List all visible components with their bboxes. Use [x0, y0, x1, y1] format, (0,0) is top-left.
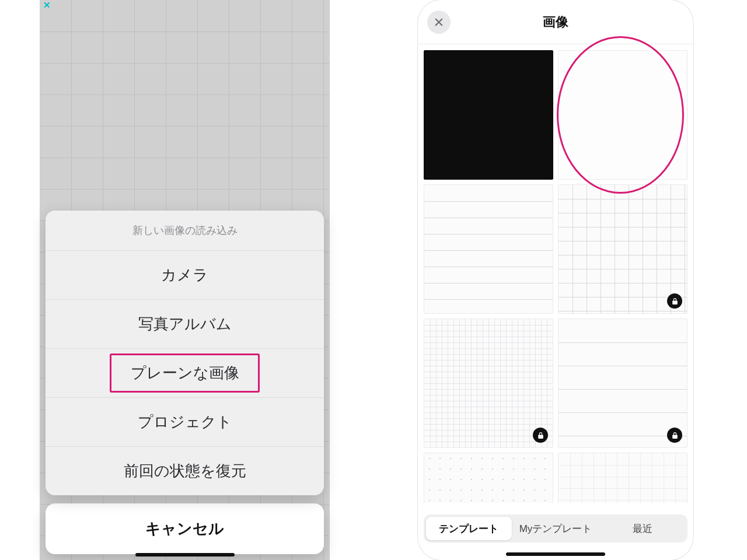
template-tile-solid-black[interactable]	[424, 50, 553, 180]
action-sheet-container: 新しい画像の読み込み カメラ写真アルバムプレーンな画像プロジェクト前回の状態を復…	[46, 211, 324, 554]
cancel-button[interactable]: キャンセル	[46, 503, 324, 554]
action-sheet-item[interactable]: 前回の状態を復元	[46, 446, 324, 495]
phone-left: ✕ 新しい画像の読み込み カメラ写真アルバムプレーンな画像プロジェクト前回の状態…	[40, 0, 330, 560]
template-tile-ruled-lines[interactable]	[424, 184, 553, 314]
action-sheet-item[interactable]: カメラ	[46, 250, 324, 299]
template-tile-ruled-wide[interactable]	[558, 318, 687, 448]
template-tile-grid-large[interactable]	[558, 184, 687, 314]
template-tile-grid-light[interactable]	[558, 453, 687, 503]
tab-1[interactable]: Myテンプレート	[513, 517, 599, 540]
close-icon	[434, 17, 444, 27]
close-button[interactable]	[427, 10, 451, 34]
tab-0[interactable]: テンプレート	[426, 517, 512, 540]
modal-header: 画像	[418, 0, 693, 44]
home-indicator[interactable]	[135, 553, 235, 556]
lock-icon	[667, 428, 682, 443]
home-indicator[interactable]	[506, 552, 605, 556]
segmented-control: テンプレートMyテンプレート最近	[424, 514, 687, 542]
action-sheet-item[interactable]: 写真アルバム	[46, 299, 324, 348]
action-sheet-title: 新しい画像の読み込み	[46, 211, 324, 250]
modal-title: 画像	[543, 13, 568, 31]
action-sheet-item[interactable]: プロジェクト	[46, 397, 324, 446]
phone-right: 画像 テンプレートMyテンプレート最近	[418, 0, 693, 560]
action-sheet-item[interactable]: プレーンな画像	[46, 348, 324, 397]
template-grid	[424, 50, 687, 503]
action-sheet: 新しい画像の読み込み カメラ写真アルバムプレーンな画像プロジェクト前回の状態を復…	[46, 211, 324, 495]
tab-2[interactable]: 最近	[599, 517, 685, 540]
lock-icon	[667, 293, 682, 309]
template-tile-grid-small[interactable]	[424, 318, 553, 448]
lock-icon	[533, 428, 548, 443]
template-tile-dots[interactable]	[424, 453, 553, 503]
template-tile-blank-white[interactable]	[558, 50, 687, 180]
ad-close-icon[interactable]: ✕	[43, 0, 51, 10]
